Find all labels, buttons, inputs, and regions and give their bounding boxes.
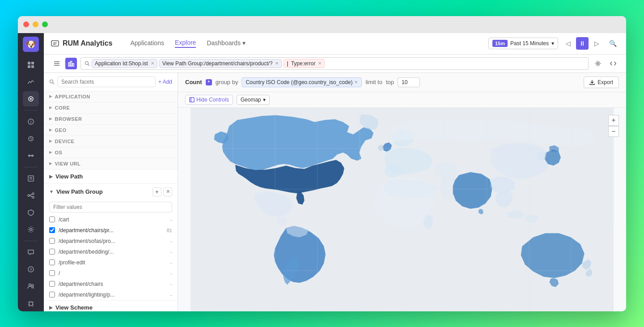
sidebar-item-integrations[interactable] bbox=[23, 148, 39, 163]
map-container: + − bbox=[178, 108, 626, 311]
filter-list-btn[interactable] bbox=[51, 58, 63, 69]
sidebar-item-bug[interactable] bbox=[23, 296, 39, 311]
time-label: Past 15 Minutes bbox=[510, 40, 549, 47]
facet-section-device-header[interactable]: ▶ DEVICE bbox=[44, 136, 178, 147]
query-field-label: Country ISO Code (@geo.country_iso_code) bbox=[246, 79, 352, 85]
search-btn[interactable]: 🔍 bbox=[606, 37, 619, 50]
map-controls-bar: Hide Controls Geomap ▾ bbox=[178, 92, 626, 108]
svg-point-34 bbox=[85, 61, 89, 64]
svg-rect-32 bbox=[71, 61, 72, 66]
facet-item-chairs-checkbox[interactable] bbox=[49, 227, 55, 233]
facet-section-core: ▶ CORE bbox=[44, 102, 178, 114]
export-button[interactable]: Export bbox=[584, 76, 619, 88]
map-type-select[interactable]: Geomap ▾ bbox=[237, 95, 270, 105]
pause-btn[interactable]: ⏸ bbox=[576, 37, 589, 50]
facet-item-lighting-checkbox[interactable] bbox=[49, 292, 55, 297]
sidebar-item-logs[interactable] bbox=[23, 171, 39, 186]
time-selector[interactable]: 15m Past 15 Minutes ▾ bbox=[488, 38, 558, 49]
sidebar-item-chat[interactable] bbox=[23, 245, 39, 260]
sidebar-item-help[interactable]: ? bbox=[23, 262, 39, 277]
sidebar-item-dashboard[interactable] bbox=[23, 57, 39, 72]
facet-section-core-header[interactable]: ▶ CORE bbox=[44, 102, 178, 113]
sidebar-item-rum[interactable] bbox=[23, 91, 39, 106]
hide-controls-btn[interactable]: Hide Controls bbox=[185, 95, 233, 105]
facet-section-geo-header[interactable]: ▶ GEO bbox=[44, 125, 178, 136]
filter-tag-viewpath-remove[interactable]: ✕ bbox=[275, 61, 279, 66]
facet-group-viewscheme-header[interactable]: ▶ View Scheme bbox=[44, 301, 178, 311]
facet-item-sofas-checkbox[interactable] bbox=[49, 238, 55, 244]
facet-item-bedding[interactable]: /department/bedding/... - bbox=[44, 246, 178, 257]
svg-rect-9 bbox=[28, 155, 30, 157]
svg-line-35 bbox=[88, 64, 90, 66]
filter-tag-error[interactable]: | Type:error ✕ bbox=[284, 59, 325, 68]
sidebar-logo[interactable]: 🐶 bbox=[23, 37, 39, 52]
add-facet-btn[interactable]: + Add bbox=[158, 79, 172, 85]
facet-item-sofas[interactable]: /department/sofas/pro... - bbox=[44, 236, 178, 246]
facet-group-viewpath-left: ▶ View Path bbox=[49, 173, 83, 180]
facet-item-deptchairs-checkbox[interactable] bbox=[49, 281, 55, 287]
facet-item-root[interactable]: / - bbox=[44, 268, 178, 279]
viewpathgroup-clear-btn[interactable]: ✕ bbox=[163, 187, 172, 196]
maximize-button[interactable] bbox=[42, 21, 48, 27]
zoom-out-btn[interactable]: − bbox=[608, 126, 619, 137]
facet-item-profile[interactable]: /profile-edit - bbox=[44, 257, 178, 268]
nav-applications[interactable]: Applications bbox=[130, 39, 164, 47]
minimize-button[interactable] bbox=[33, 21, 38, 27]
sidebar-item-security[interactable] bbox=[23, 205, 39, 220]
top-nav: RUM Analytics Applications Explore Dashb… bbox=[44, 33, 626, 55]
filter-tag-appid-remove[interactable]: ✕ bbox=[151, 61, 154, 66]
svg-point-15 bbox=[32, 193, 34, 195]
viewpathgroup-filter-btn[interactable]: ▼ bbox=[153, 187, 161, 196]
svg-point-14 bbox=[28, 195, 30, 196]
filter-tag-viewpath[interactable]: View Path Group:/department/chairs/produ… bbox=[159, 59, 282, 68]
filter-code-btn[interactable] bbox=[607, 58, 619, 69]
sidebar-item-apm[interactable] bbox=[23, 131, 39, 146]
facet-filter-input[interactable] bbox=[49, 202, 172, 212]
facet-section-viewurl-header[interactable]: ▶ VIEW URL bbox=[44, 158, 178, 169]
query-limit-input[interactable] bbox=[398, 77, 420, 87]
svg-rect-0 bbox=[28, 62, 30, 64]
nav-explore[interactable]: Explore bbox=[175, 39, 196, 48]
facet-item-bedding-checkbox[interactable] bbox=[49, 249, 55, 255]
query-field-remove[interactable]: ✕ bbox=[354, 80, 358, 85]
facet-item-deptchairs[interactable]: /department/chairs - bbox=[44, 279, 178, 289]
filter-search-input[interactable]: Application Id:Shop.ist ✕ View Path Grou… bbox=[80, 57, 589, 70]
next-time-btn[interactable]: ▷ bbox=[590, 37, 603, 50]
facet-section-browser-header[interactable]: ▶ BROWSER bbox=[44, 114, 178, 124]
sidebar-item-network[interactable] bbox=[23, 188, 39, 203]
right-panel: Count * group by Country ISO Code (@geo.… bbox=[178, 73, 626, 311]
zoom-in-btn[interactable]: + bbox=[608, 115, 619, 126]
nav-dashboards[interactable]: Dashboards ▾ bbox=[207, 39, 246, 47]
query-field-tag[interactable]: Country ISO Code (@geo.country_iso_code)… bbox=[242, 77, 362, 87]
facet-section-os-header[interactable]: ▶ OS bbox=[44, 147, 178, 158]
facet-section-application-header[interactable]: ▶ APPLICATION bbox=[44, 91, 178, 102]
map-zoom-controls: + − bbox=[608, 115, 619, 137]
facet-item-cart[interactable]: /cart - bbox=[44, 214, 178, 225]
filter-tag-appid[interactable]: Application Id:Shop.ist ✕ bbox=[92, 59, 157, 68]
prev-time-btn[interactable]: ◁ bbox=[562, 37, 574, 50]
facet-item-profile-checkbox[interactable] bbox=[49, 259, 55, 265]
facet-search-icon bbox=[49, 79, 55, 85]
svg-line-38 bbox=[53, 82, 55, 84]
facet-group-viewpath-header[interactable]: ▶ View Path bbox=[44, 170, 178, 183]
query-bar: Count * group by Country ISO Code (@geo.… bbox=[178, 73, 626, 92]
filter-chart-btn[interactable] bbox=[65, 58, 77, 69]
facet-item-root-checkbox[interactable] bbox=[49, 270, 55, 276]
close-button[interactable] bbox=[23, 21, 29, 27]
sidebar-item-users[interactable] bbox=[23, 279, 39, 294]
filter-tag-error-remove[interactable]: ✕ bbox=[318, 61, 322, 66]
sidebar-item-info[interactable]: i bbox=[23, 114, 39, 129]
facet-group-viewpathgroup-header[interactable]: ▼ View Path Group ▼ ✕ bbox=[44, 184, 178, 200]
filter-tag-viewpath-label: View Path Group:/department/chairs/produ… bbox=[162, 60, 273, 67]
facet-group-viewpathgroup-actions: ▼ ✕ bbox=[153, 187, 172, 196]
facet-item-lighting[interactable]: /department/lighting/p... - bbox=[44, 289, 178, 300]
titlebar bbox=[18, 16, 626, 33]
sidebar-item-metrics[interactable] bbox=[23, 74, 39, 89]
filter-settings-btn[interactable] bbox=[592, 58, 604, 69]
time-badge: 15m bbox=[492, 40, 508, 47]
facet-search-input[interactable] bbox=[57, 76, 156, 87]
geo-chevron-icon: ▶ bbox=[49, 128, 52, 132]
facet-item-chairs[interactable]: /department/chairs/pr... 81 bbox=[44, 225, 178, 236]
facet-item-cart-checkbox[interactable] bbox=[49, 217, 55, 222]
sidebar-item-settings[interactable] bbox=[23, 222, 39, 237]
